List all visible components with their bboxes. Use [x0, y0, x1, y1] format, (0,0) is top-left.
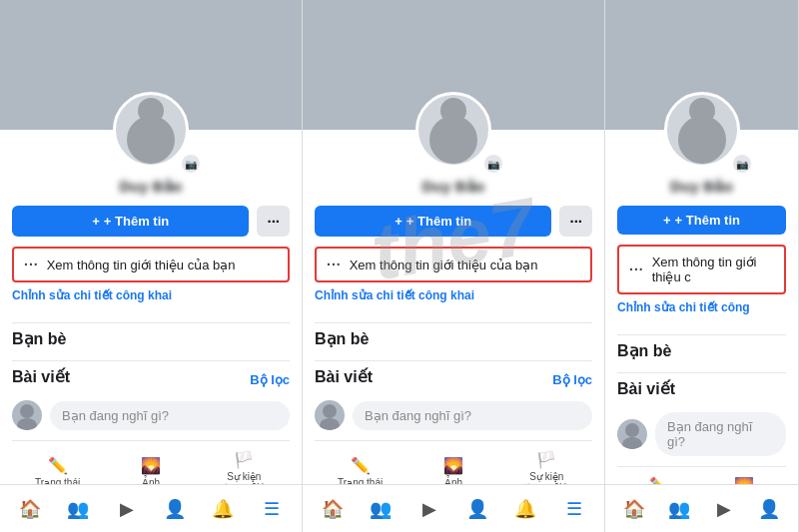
status-icon-left: ✏️	[48, 456, 68, 475]
nav-menu-center[interactable]: ☰	[560, 495, 588, 523]
mini-avatar-head-center	[323, 404, 337, 418]
divider-1-left	[12, 322, 290, 323]
more-label-left: ···	[267, 213, 280, 230]
nav-friends-left[interactable]: 👥	[64, 495, 92, 523]
avatar-body-left	[127, 116, 175, 164]
filter-link-left[interactable]: Bộ lọc	[250, 372, 290, 387]
add-button-right[interactable]: + + Thêm tin	[617, 206, 786, 235]
panel-center: 📷 Duy Bảo + + Thêm tin ··· ··· Xem thông…	[303, 0, 605, 532]
add-icon-left: +	[92, 214, 100, 229]
add-label-center: + Thêm tin	[406, 214, 471, 229]
profile-name-left: Duy Bảo	[120, 178, 183, 196]
filter-link-center[interactable]: Bộ lọc	[552, 372, 592, 387]
add-button-center[interactable]: + + Thêm tin	[315, 206, 551, 237]
avatar-head-right	[689, 98, 715, 124]
info-text-right: Xem thông tin giới thiệu c	[652, 255, 774, 284]
nav-groups-right[interactable]: 👤	[755, 495, 783, 523]
info-text-center: Xem thông tin giới thiệu của bạn	[350, 258, 538, 272]
edit-link-right[interactable]: Chỉnh sửa chi tiết công	[617, 300, 750, 314]
posts-title-center: Bài viết	[315, 367, 373, 386]
mini-avatar-head-left	[20, 404, 34, 418]
friends-title-right: Bạn bè	[617, 341, 671, 360]
bottom-nav-right: 🏠 👥 ▶ 👤	[605, 484, 798, 532]
divider-1-right	[617, 334, 786, 335]
more-button-left[interactable]: ···	[257, 206, 290, 237]
avatar-body-right	[678, 116, 726, 164]
info-dots-center: ···	[327, 257, 342, 272]
panel-right: 📷 Duy Bảo + + Thêm tin ··· ··· Xem thông…	[605, 0, 799, 532]
event-icon-center: 🏳️	[536, 450, 556, 469]
posts-row-center: Bài viết Bộ lọc	[315, 367, 592, 392]
cover-photo-right: 📷	[605, 0, 798, 130]
profile-section-right: Duy Bảo + + Thêm tin ··· ··· Xem thông t…	[605, 178, 798, 511]
avatar-right	[664, 92, 740, 168]
post-input-right[interactable]: Bạn đang nghĩ gì?	[655, 412, 786, 456]
info-dots-left: ···	[24, 257, 39, 272]
divider-2-center	[315, 360, 592, 361]
bottom-nav-left: 🏠 👥 ▶ 👤 🔔 ☰	[0, 484, 302, 532]
nav-bell-center[interactable]: 🔔	[511, 495, 539, 523]
nav-home-center[interactable]: 🏠	[319, 495, 347, 523]
nav-menu-left[interactable]: ☰	[258, 495, 286, 523]
camera-badge-center[interactable]: 📷	[483, 154, 503, 174]
add-icon-right: +	[663, 213, 671, 228]
action-row-left: + + Thêm tin ···	[12, 206, 290, 237]
posts-row-left: Bài viết Bộ lọc	[12, 367, 290, 392]
mini-avatar-center	[315, 400, 345, 430]
mini-avatar-left	[12, 400, 42, 430]
nav-video-right[interactable]: ▶	[710, 495, 738, 523]
post-input-row-center: Bạn đang nghĩ gì?	[315, 400, 592, 430]
mini-avatar-body-right	[622, 437, 642, 449]
nav-video-center[interactable]: ▶	[415, 495, 443, 523]
posts-title-left: Bài viết	[12, 367, 70, 386]
divider-1-center	[315, 322, 592, 323]
more-label-center: ···	[569, 213, 582, 230]
info-box-right[interactable]: ··· Xem thông tin giới thiệu c	[617, 245, 786, 294]
avatar-left	[113, 92, 189, 168]
nav-friends-right[interactable]: 👥	[665, 495, 693, 523]
more-button-center[interactable]: ···	[559, 206, 592, 237]
avatar-center	[415, 92, 491, 168]
add-button-left[interactable]: + + Thêm tin	[12, 206, 249, 237]
post-input-left[interactable]: Bạn đang nghĩ gì?	[50, 401, 290, 430]
camera-badge-right[interactable]: 📷	[732, 154, 752, 174]
friends-title-left: Bạn bè	[12, 329, 66, 348]
nav-groups-left[interactable]: 👤	[161, 495, 189, 523]
action-row-right: + + Thêm tin ···	[617, 206, 786, 235]
profile-name-right: Duy Bảo	[670, 178, 733, 196]
event-icon-left: 🏳️	[234, 450, 254, 469]
avatar-head-center	[440, 98, 466, 124]
post-input-center[interactable]: Bạn đang nghĩ gì?	[353, 401, 592, 430]
add-label-right: + Thêm tin	[675, 213, 740, 228]
mini-avatar-head-right	[625, 423, 639, 437]
nav-home-right[interactable]: 🏠	[620, 495, 648, 523]
photo-icon-center: 🌄	[443, 456, 463, 475]
mini-avatar-body-left	[17, 418, 37, 430]
profile-section-left: Duy Bảo + + Thêm tin ··· ··· Xem thông t…	[0, 178, 302, 496]
divider-2-left	[12, 360, 290, 361]
nav-bell-left[interactable]: 🔔	[209, 495, 237, 523]
cover-photo-left: 📷	[0, 0, 302, 130]
info-box-left[interactable]: ··· Xem thông tin giới thiệu của bạn	[12, 247, 290, 282]
bottom-nav-center: 🏠 👥 ▶ 👤 🔔 ☰	[303, 484, 604, 532]
nav-groups-center[interactable]: 👤	[463, 495, 491, 523]
status-icon-center: ✏️	[351, 456, 371, 475]
info-box-center[interactable]: ··· Xem thông tin giới thiệu của bạn	[315, 247, 592, 282]
nav-video-left[interactable]: ▶	[113, 495, 141, 523]
divider-2-right	[617, 372, 786, 373]
posts-title-right: Bài viết	[617, 379, 675, 398]
avatar-head-left	[138, 98, 164, 124]
profile-section-center: Duy Bảo + + Thêm tin ··· ··· Xem thông t…	[303, 178, 604, 496]
mini-avatar-body-center	[320, 418, 340, 430]
nav-friends-center[interactable]: 👥	[367, 495, 395, 523]
panel-left: 📷 Duy Bảo + + Thêm tin ··· ··· Xem thông…	[0, 0, 303, 532]
avatar-body-center	[429, 116, 477, 164]
edit-link-center[interactable]: Chỉnh sửa chi tiết công khai	[315, 288, 474, 302]
nav-home-left[interactable]: 🏠	[16, 495, 44, 523]
post-input-row-left: Bạn đang nghĩ gì?	[12, 400, 290, 430]
edit-link-left[interactable]: Chỉnh sửa chi tiết công khai	[12, 288, 172, 302]
camera-badge-left[interactable]: 📷	[181, 154, 201, 174]
profile-name-center: Duy Bảo	[422, 178, 485, 196]
mini-avatar-right	[617, 419, 647, 449]
friends-title-center: Bạn bè	[315, 329, 369, 348]
